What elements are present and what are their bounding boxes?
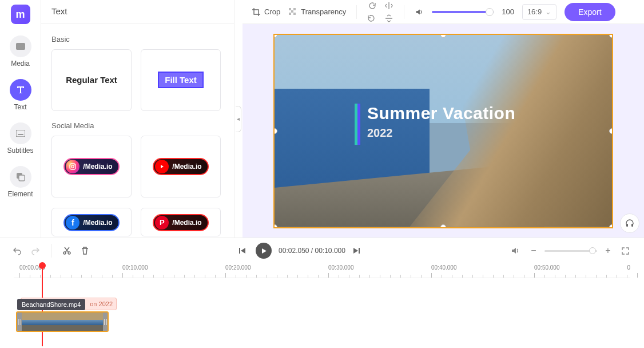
rail-label-subtitles: Subtitles [7, 147, 33, 155]
text-clip-label: on 2022 [90, 300, 113, 307]
crop-button[interactable]: Crop [252, 7, 280, 17]
play-button[interactable] [256, 243, 272, 259]
svg-point-7 [74, 164, 75, 165]
svg-rect-4 [19, 175, 25, 181]
canvas-stage[interactable]: Summer Vacation 2022 [273, 34, 613, 228]
side-panel-title: Text [41, 0, 234, 23]
crop-icon [252, 7, 261, 17]
fit-button[interactable] [621, 247, 631, 255]
selection-handle[interactable] [273, 128, 277, 134]
rail-item-subtitles[interactable]: Subtitles [7, 122, 33, 155]
mute-button[interactable] [510, 246, 520, 256]
clip-left-grip[interactable]: ││ [17, 313, 22, 331]
opacity-slider[interactable] [432, 11, 494, 13]
app-logo: m [11, 5, 30, 24]
svg-rect-23 [359, 248, 360, 254]
ruler-label: 00:30.000 [328, 264, 354, 271]
youtube-icon [155, 160, 169, 173]
crop-label: Crop [264, 7, 280, 16]
rail-item-element[interactable]: Element [7, 166, 33, 198]
ruler-label: 0 [627, 264, 630, 271]
delete-button[interactable] [81, 246, 91, 255]
side-panel: Text Basic Regular Text Fill Text Social… [41, 0, 234, 238]
text-icon [10, 79, 31, 101]
ruler-label: 00:40.000 [431, 264, 457, 271]
social-fb-label: /Media.io [83, 219, 112, 227]
headphones-button[interactable] [620, 213, 639, 233]
video-clip[interactable]: ││ ││ [16, 311, 109, 332]
element-icon [10, 166, 31, 188]
facebook-icon: f [66, 216, 79, 230]
zoom-in-button[interactable]: + [603, 246, 613, 256]
svg-point-17 [63, 252, 66, 254]
tile-social-youtube[interactable]: /Media.io [141, 136, 221, 197]
zoom-slider[interactable] [544, 250, 597, 252]
selection-handle[interactable] [440, 34, 446, 38]
panel-collapse-handle[interactable]: ◂ [234, 0, 243, 238]
svg-marker-20 [241, 248, 245, 254]
svg-point-6 [71, 165, 74, 168]
rail-item-media[interactable]: Media [10, 35, 31, 68]
social-pt-label: /Media.io [172, 219, 201, 227]
rail-item-text[interactable]: Text [10, 79, 31, 111]
section-social-title: Social Media [51, 121, 224, 130]
playback-time: 00:02.050 / 00:10.000 [279, 247, 345, 255]
tile-social-facebook[interactable]: f /Media.io [51, 208, 132, 236]
svg-rect-10 [289, 8, 291, 10]
chevron-down-icon: ⌄ [545, 7, 551, 16]
selection-handle[interactable] [609, 224, 613, 228]
zoom-out-button[interactable]: − [528, 246, 539, 256]
tile-social-pinterest[interactable]: P /Media.io [141, 208, 221, 236]
timeline-ruler[interactable]: 00:00.000 00:10.000 00:20.000 00:30.000 … [14, 263, 630, 278]
svg-rect-19 [239, 248, 240, 254]
export-button[interactable]: Export [565, 3, 615, 21]
tile-fill-text[interactable]: Fill Text [141, 49, 221, 111]
timeline-tracks[interactable]: on 2022 BeachandShore.mp4 ││ ││ [14, 278, 630, 348]
rotate-cw-icon[interactable] [367, 1, 376, 10]
volume-icon[interactable] [415, 7, 424, 17]
media-icon [10, 35, 31, 57]
svg-marker-22 [353, 248, 358, 254]
aspect-select[interactable]: 16:9 ⌄ [522, 4, 556, 20]
overlay-title[interactable]: Summer Vacation [367, 104, 515, 123]
selection-handle[interactable] [609, 34, 613, 38]
ruler-label: 00:10.000 [122, 264, 148, 271]
aspect-value: 16:9 [527, 7, 542, 16]
flip-horizontal-icon[interactable] [384, 1, 393, 10]
tile-social-instagram[interactable]: /Media.io [51, 136, 132, 197]
selection-handle[interactable] [440, 224, 446, 228]
clip-thumbnail [76, 313, 103, 331]
instagram-icon [66, 160, 79, 173]
tile-regular-label: Regular Text [66, 75, 117, 85]
rail-label-media: Media [11, 60, 30, 68]
overlay-year[interactable]: 2022 [367, 126, 393, 140]
svg-rect-15 [626, 224, 628, 227]
left-rail: m Media Text Subtitles [0, 0, 41, 238]
clip-right-grip[interactable]: ││ [103, 313, 108, 331]
tile-regular-text[interactable]: Regular Text [51, 49, 132, 111]
prev-frame-button[interactable] [238, 247, 249, 255]
redo-button[interactable] [31, 246, 41, 255]
rail-label-element: Element [7, 190, 33, 198]
section-basic-title: Basic [51, 35, 224, 43]
pinterest-icon: P [155, 216, 169, 230]
flip-vertical-icon[interactable] [384, 14, 393, 23]
ruler-label: 00:50.000 [534, 264, 560, 271]
transparency-label: Transparency [301, 7, 346, 16]
social-yt-label: /Media.io [172, 163, 201, 171]
clip-thumbnail [49, 313, 75, 331]
transparency-button[interactable]: Transparency [288, 7, 346, 17]
svg-rect-14 [293, 13, 296, 15]
clip-thumbnail [22, 313, 49, 331]
svg-marker-8 [161, 165, 164, 168]
svg-rect-2 [18, 134, 23, 135]
overlay-accent-bar [355, 104, 360, 145]
rotate-ccw-icon[interactable] [367, 14, 376, 23]
tile-fill-label: Fill Text [158, 72, 204, 88]
svg-rect-12 [291, 10, 293, 13]
subtitles-icon [10, 122, 31, 144]
next-frame-button[interactable] [352, 247, 363, 255]
split-button[interactable] [62, 246, 73, 255]
undo-button[interactable] [13, 246, 23, 255]
selection-handle[interactable] [609, 128, 613, 134]
